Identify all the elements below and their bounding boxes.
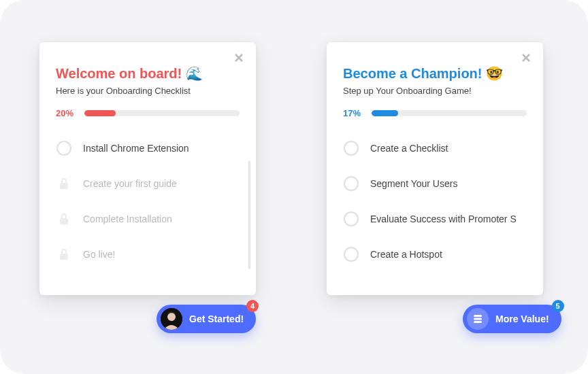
progress-row: 17% (343, 108, 527, 118)
wave-emoji-icon: 🌊 (186, 65, 203, 82)
notification-badge: 5 (552, 300, 564, 312)
circle-icon (343, 140, 359, 156)
svg-rect-5 (474, 315, 482, 317)
checklist-item-label: Complete Installation (83, 214, 172, 224)
checklist-item-label: Go live! (83, 249, 115, 260)
checklist-item-label: Create your first guide (83, 178, 177, 189)
panel-title-text: Become a Champion! (343, 66, 482, 82)
panel-title: Become a Champion! 🤓 (343, 65, 527, 82)
checklist-item[interactable]: Create a Hotspot (343, 237, 527, 272)
progress-row: 20% (56, 108, 240, 118)
checklist-item[interactable]: Evaluate Success with Promoter S (343, 201, 527, 237)
checklist-item[interactable]: Segment Your Users (343, 166, 527, 201)
canvas: Welcome on board! 🌊 Here is your Onboard… (0, 0, 588, 374)
stack-icon (467, 308, 489, 330)
onboarding-panel-welcome: Welcome on board! 🌊 Here is your Onboard… (39, 42, 256, 295)
checklist-item[interactable]: Go live! (56, 237, 240, 272)
nerd-emoji-icon: 🤓 (486, 65, 503, 82)
progress-bar-track (372, 110, 527, 116)
fab-label: Get Started! (189, 313, 244, 324)
checklist-item[interactable]: Create your first guide (56, 166, 240, 201)
circle-icon (56, 140, 72, 156)
checklist-item-label: Create a Hotspot (370, 249, 442, 260)
checklist-item-label: Evaluate Success with Promoter S (370, 214, 517, 224)
more-value-button[interactable]: More Value! 5 (463, 305, 561, 333)
svg-rect-7 (474, 321, 482, 323)
scrollbar[interactable] (248, 160, 250, 269)
panel-subtitle: Step up Your Onboarding Game! (343, 86, 527, 96)
circle-icon (343, 246, 359, 262)
checklist: Install Chrome Extension Create your fir… (56, 131, 240, 272)
avatar-icon (161, 308, 182, 330)
svg-rect-1 (60, 218, 68, 224)
panel-title-text: Welcome on board! (56, 66, 182, 82)
fab-label: More Value! (495, 313, 549, 324)
svg-point-4 (167, 313, 176, 321)
svg-rect-0 (60, 183, 68, 189)
checklist-item[interactable]: Create a Checklist (343, 131, 527, 166)
progress-percent: 17% (343, 108, 365, 118)
circle-icon (343, 175, 359, 192)
progress-bar-fill (372, 110, 398, 116)
notification-badge: 4 (246, 300, 259, 312)
checklist-item[interactable]: Install Chrome Extension (56, 131, 240, 166)
panel-subtitle: Here is your Onboarding Checklist (56, 86, 240, 96)
close-icon[interactable] (231, 50, 246, 65)
panel-title: Welcome on board! 🌊 (56, 65, 240, 82)
checklist: Create a Checklist Segment Your Users Ev… (343, 131, 527, 272)
checklist-item[interactable]: Complete Installation (56, 201, 240, 237)
checklist-item-label: Install Chrome Extension (83, 143, 189, 154)
close-icon[interactable] (519, 50, 534, 65)
lock-icon (56, 246, 72, 262)
checklist-item-label: Create a Checklist (370, 143, 448, 154)
progress-bar-fill (84, 110, 116, 116)
lock-icon (56, 211, 72, 227)
checklist-item-label: Segment Your Users (370, 178, 457, 189)
circle-icon (343, 211, 359, 227)
progress-percent: 20% (56, 108, 78, 118)
get-started-button[interactable]: Get Started! 4 (157, 305, 256, 333)
onboarding-panel-champion: Become a Champion! 🤓 Step up Your Onboar… (327, 42, 543, 295)
progress-bar-track (84, 110, 240, 116)
lock-icon (56, 175, 72, 192)
svg-rect-6 (474, 318, 482, 320)
svg-rect-2 (60, 254, 68, 260)
